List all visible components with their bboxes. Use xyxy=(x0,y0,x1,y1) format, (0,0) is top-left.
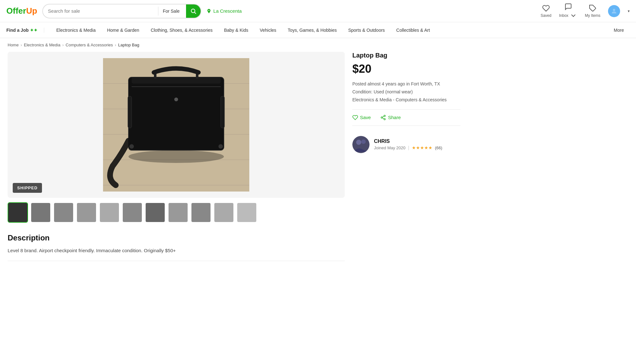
inbox-label: Inbox xyxy=(559,13,568,18)
nav-item-baby[interactable]: Baby & Kids xyxy=(218,22,254,38)
search-bar: For Sale xyxy=(42,4,201,18)
category-info: Electronics & Media - Computers & Access… xyxy=(352,96,460,104)
save-heart-icon xyxy=(352,115,358,120)
svg-line-25 xyxy=(383,116,384,117)
description-section: Description Level 8 brand. Airport check… xyxy=(8,233,345,261)
thumbnail-7[interactable] xyxy=(145,202,165,223)
nav-item-vehicles[interactable]: Vehicles xyxy=(254,22,282,38)
search-input[interactable] xyxy=(43,8,158,14)
svg-point-21 xyxy=(384,115,385,117)
avatar[interactable] xyxy=(608,5,620,17)
svg-rect-19 xyxy=(221,96,225,128)
seller-avatar-image xyxy=(352,136,370,153)
nav-item-sports[interactable]: Sports & Outdoors xyxy=(342,22,391,38)
header-right: Saved Inbox My Items ▾ xyxy=(541,3,630,19)
main-image-container: SHIPPED xyxy=(8,52,345,198)
description-text: Level 8 brand. Airport checkpoint friend… xyxy=(8,247,345,254)
thumbnail-8[interactable] xyxy=(168,202,188,223)
tag-icon xyxy=(589,4,597,12)
seller-details: CHRIS Joined May 2020 | ★★★★★ (66) xyxy=(374,138,442,150)
nav-item-toys[interactable]: Toys, Games, & Hobbies xyxy=(282,22,342,38)
breadcrumb: Home › Electronics & Media › Computers &… xyxy=(0,38,636,52)
sparkles-icon: ✦✦ xyxy=(30,28,38,33)
product-divider-1 xyxy=(352,109,460,110)
location-button[interactable]: La Crescenta xyxy=(206,8,242,14)
nav-item-collectibles[interactable]: Collectibles & Art xyxy=(391,22,436,38)
inbox-icon xyxy=(564,3,572,10)
breadcrumb-current: Laptop Bag xyxy=(118,43,139,47)
user-icon xyxy=(611,8,618,15)
seller-avatar[interactable] xyxy=(352,136,370,153)
svg-point-23 xyxy=(384,118,385,120)
saved-label: Saved xyxy=(541,13,551,18)
thumbnail-1[interactable] xyxy=(8,202,28,223)
avatar-chevron-icon[interactable]: ▾ xyxy=(628,9,630,13)
inbox-button[interactable]: Inbox xyxy=(559,3,577,19)
description-divider xyxy=(8,261,345,261)
nav-item-clothing[interactable]: Clothing, Shoes, & Accessories xyxy=(145,22,218,38)
svg-point-22 xyxy=(381,117,383,118)
thumbnail-11[interactable] xyxy=(237,202,257,223)
my-items-label: My Items xyxy=(585,13,600,18)
product-price: $20 xyxy=(352,62,460,76)
svg-point-0 xyxy=(191,9,195,13)
nav-item-home[interactable]: Home & Garden xyxy=(101,22,145,38)
thumbnail-4[interactable] xyxy=(76,202,97,223)
breadcrumb-separator-1: › xyxy=(21,43,22,47)
share-button[interactable]: Share xyxy=(380,115,401,120)
condition-info: Condition: Used (normal wear) xyxy=(352,88,460,96)
thumbnail-2[interactable] xyxy=(31,202,51,223)
find-job-button[interactable]: Find a Job ✦✦ xyxy=(6,28,44,33)
search-button[interactable] xyxy=(186,4,201,18)
svg-rect-10 xyxy=(128,77,224,150)
image-section: SHIPPED xyxy=(8,52,345,261)
save-label: Save xyxy=(360,115,371,120)
nav-items: Electronics & Media Home & Garden Clothi… xyxy=(51,22,436,38)
location-icon xyxy=(206,9,211,14)
svg-point-3 xyxy=(613,9,615,11)
location-label: La Crescenta xyxy=(213,8,242,14)
seller-name[interactable]: CHRIS xyxy=(374,138,442,144)
thumbnail-5[interactable] xyxy=(99,202,120,223)
seller-section: CHRIS Joined May 2020 | ★★★★★ (66) xyxy=(352,131,460,158)
nav-more-button[interactable]: More xyxy=(608,28,630,33)
seller-joined: Joined May 2020 xyxy=(374,145,405,150)
breadcrumb-separator-3: › xyxy=(115,43,116,47)
thumbnail-3[interactable] xyxy=(53,202,74,223)
search-icon xyxy=(190,8,197,14)
main-content: SHIPPED xyxy=(0,52,636,274)
svg-point-27 xyxy=(356,140,361,145)
product-info: Laptop Bag $20 Posted almost 4 years ago… xyxy=(352,52,460,261)
thumbnail-10[interactable] xyxy=(214,202,234,223)
nav: Find a Job ✦✦ Electronics & Media Home &… xyxy=(0,22,636,38)
shipped-badge: SHIPPED xyxy=(13,183,42,193)
svg-point-15 xyxy=(174,98,178,101)
share-icon xyxy=(380,115,386,120)
nav-item-electronics[interactable]: Electronics & Media xyxy=(51,22,101,38)
search-filter-dropdown[interactable]: For Sale xyxy=(158,9,186,14)
thumbnail-6[interactable] xyxy=(122,202,142,223)
product-divider-2 xyxy=(352,125,460,126)
inbox-chevron-icon xyxy=(570,12,577,19)
svg-point-16 xyxy=(129,144,134,149)
thumbnail-9[interactable] xyxy=(191,202,211,223)
share-label: Share xyxy=(388,115,401,120)
action-buttons: Save Share xyxy=(352,115,460,120)
product-meta: Posted almost 4 years ago in Fort Worth,… xyxy=(352,80,460,104)
save-button[interactable]: Save xyxy=(352,115,371,120)
breadcrumb-category2[interactable]: Computers & Accessories xyxy=(66,43,113,47)
logo[interactable]: OfferUp xyxy=(6,6,37,16)
saved-button[interactable]: Saved xyxy=(541,4,551,18)
svg-rect-11 xyxy=(132,77,221,84)
svg-point-20 xyxy=(128,150,224,163)
breadcrumb-home[interactable]: Home xyxy=(8,43,19,47)
description-title: Description xyxy=(8,233,345,242)
svg-line-1 xyxy=(195,12,196,14)
my-items-button[interactable]: My Items xyxy=(585,4,600,18)
header: OfferUp For Sale La Crescenta Saved Inbo… xyxy=(0,0,636,22)
product-title: Laptop Bag xyxy=(352,52,460,59)
breadcrumb-category1[interactable]: Electronics & Media xyxy=(24,43,60,47)
product-image xyxy=(103,58,249,192)
svg-rect-18 xyxy=(128,96,132,128)
svg-point-17 xyxy=(218,144,223,149)
